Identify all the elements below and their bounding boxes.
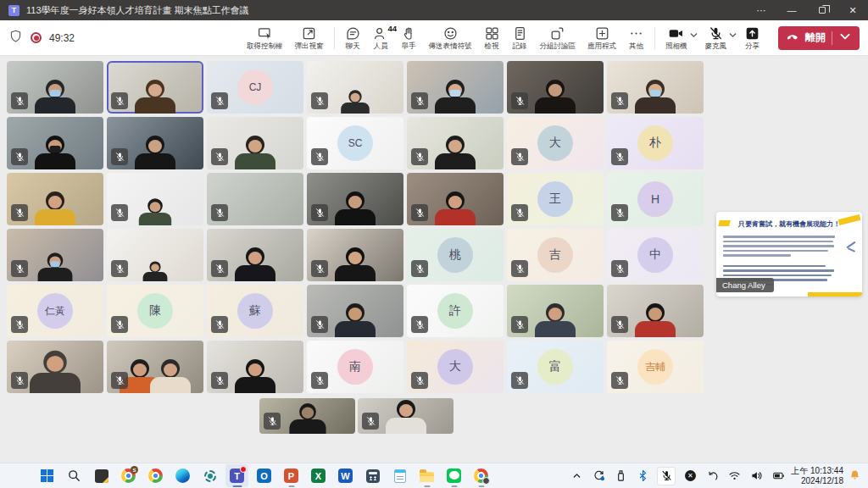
shared-screen-preview[interactable]: 只要肯嘗試，就有機會展現能力！ Chang Alley — [716, 212, 862, 297]
participant-tile-avatar[interactable]: 吉 — [507, 229, 604, 281]
undo-icon[interactable] — [704, 468, 720, 485]
taskbar-line-button[interactable] — [442, 464, 465, 487]
bluetooth-icon[interactable] — [635, 468, 650, 485]
taskbar-excel-button[interactable]: X — [307, 464, 330, 487]
raise-hand-button[interactable]: 舉手 — [395, 24, 423, 52]
avatar-initials: 中 — [637, 237, 673, 273]
taskbar-powerpoint-button[interactable]: P — [280, 464, 303, 487]
chevron-down-icon[interactable] — [689, 28, 698, 43]
volume-icon[interactable] — [748, 468, 764, 485]
participant-tile-video[interactable] — [7, 229, 103, 281]
taskbar-word-button[interactable]: W — [334, 464, 357, 487]
usb-icon[interactable] — [613, 468, 628, 485]
participant-tile-video[interactable] — [607, 61, 704, 114]
taskbar-edge-button[interactable] — [171, 464, 194, 487]
participant-tile-avatar[interactable]: 中 — [607, 229, 704, 281]
participant-tile-video[interactable] — [307, 173, 403, 225]
participant-tile-avatar[interactable]: CJ — [207, 61, 303, 114]
taskbar-search-button[interactable] — [63, 464, 86, 487]
window-minimize-button[interactable]: — — [776, 0, 807, 20]
participant-tile-avatar[interactable]: H — [607, 173, 704, 225]
participant-tile-avatar[interactable]: 王 — [507, 173, 604, 225]
participant-tile-avatar[interactable]: 朴 — [607, 117, 704, 169]
window-close-button[interactable]: ✕ — [837, 0, 868, 20]
person-silhouette — [130, 79, 181, 114]
participant-tile-avatar[interactable]: 大 — [407, 341, 504, 393]
tray-chevron-up-icon[interactable] — [569, 468, 584, 485]
participant-tile-video[interactable] — [207, 173, 303, 225]
take-control-button[interactable]: 取得控制權 — [241, 24, 289, 52]
taskbar-recorder-button[interactable] — [198, 464, 221, 487]
participant-tile-avatar[interactable]: 富 — [507, 341, 604, 393]
tray-mic-muted-icon[interactable] — [657, 467, 676, 485]
close-circle-icon[interactable]: ✕ — [682, 468, 698, 485]
participant-tile-video[interactable] — [358, 398, 453, 434]
participant-tile-avatar[interactable]: 仁黃 — [7, 285, 103, 337]
participant-tile-avatar[interactable]: 南 — [307, 341, 403, 393]
participant-tile-video[interactable] — [407, 117, 504, 169]
participant-tile-video[interactable] — [407, 61, 504, 114]
more-button[interactable]: 其他 — [622, 24, 650, 52]
view-button[interactable]: 檢視 — [478, 24, 506, 52]
participant-tile-video[interactable] — [307, 61, 403, 114]
leave-button[interactable]: 離開 — [778, 26, 860, 50]
reactions-button[interactable]: 傳送表情符號 — [423, 24, 478, 52]
taskbar-chrome-profile-button[interactable] — [470, 464, 492, 487]
sync-icon[interactable] — [591, 468, 606, 485]
avatar-initials: SC — [337, 125, 373, 161]
taskbar-clock[interactable]: 上午 10:13:44 2024/12/18 — [791, 466, 843, 486]
participant-tile-avatar[interactable]: 許 — [407, 285, 504, 337]
participant-tile-video[interactable] — [307, 229, 403, 281]
window-restore-button[interactable] — [807, 0, 837, 20]
participant-tile-avatar[interactable]: 陳 — [107, 285, 203, 337]
participant-tile-video[interactable] — [259, 398, 355, 434]
participant-tile-avatar[interactable]: 吉輔 — [607, 341, 704, 393]
taskbar-start-button[interactable] — [36, 464, 58, 487]
taskbar-outlook-button[interactable]: O — [253, 464, 275, 487]
people-button[interactable]: 44人員 — [367, 24, 395, 52]
participant-tile-video[interactable] — [107, 229, 203, 281]
notification-bell-icon[interactable] — [849, 469, 861, 482]
chat-button[interactable]: 聊天 — [339, 24, 367, 52]
chevron-down-icon[interactable] — [728, 28, 737, 43]
breakout-rooms-button[interactable]: 分組討論區 — [534, 24, 582, 52]
notes-button[interactable]: 記錄 — [506, 24, 534, 52]
taskbar-chrome-s-button[interactable]: S — [117, 464, 140, 487]
participant-tile-video[interactable] — [7, 341, 103, 393]
wifi-icon[interactable] — [726, 468, 742, 485]
participant-tile-video[interactable] — [207, 117, 303, 169]
participant-tile-video[interactable] — [7, 117, 103, 169]
mic-muted-badge — [11, 316, 28, 333]
participant-tile-video[interactable] — [407, 173, 504, 225]
taskbar-sticky-notes-button[interactable] — [90, 464, 113, 487]
participant-tile-video[interactable] — [607, 285, 704, 337]
participant-tile-avatar[interactable]: SC — [307, 117, 403, 169]
participant-tile-video[interactable] — [107, 173, 203, 225]
taskbar-calculator-button[interactable] — [361, 464, 384, 487]
participant-tile-video[interactable] — [107, 341, 203, 393]
participant-tile-video[interactable] — [207, 341, 303, 393]
participant-tile-video[interactable] — [507, 285, 604, 337]
participant-tile-video[interactable] — [107, 61, 203, 114]
participant-tile-avatar[interactable]: 大 — [507, 117, 604, 169]
taskbar-notepad-button[interactable] — [388, 464, 411, 487]
running-indicator — [478, 485, 484, 488]
running-indicator — [451, 485, 457, 488]
participant-tile-video[interactable] — [307, 285, 403, 337]
participant-tile-avatar[interactable]: 桃 — [407, 229, 504, 281]
popout-window-button[interactable]: 彈出視窗 — [289, 24, 330, 52]
participant-tile-video[interactable] — [207, 229, 303, 281]
participant-tile-video[interactable] — [7, 61, 103, 114]
window-more-button[interactable]: ⋯ — [746, 0, 776, 20]
participant-tile-avatar[interactable]: 蘇 — [207, 285, 303, 337]
taskbar-teams-button[interactable]: T — [225, 464, 248, 487]
share-button[interactable]: 分享 — [738, 24, 766, 52]
taskbar-chrome-button[interactable] — [144, 464, 167, 487]
participant-tile-video[interactable] — [7, 173, 103, 225]
participant-tile-video[interactable] — [107, 117, 203, 169]
participant-tile-video[interactable] — [507, 61, 604, 114]
apps-button[interactable]: 應用程式 — [581, 24, 622, 52]
chevron-down-icon[interactable] — [838, 30, 852, 46]
taskbar-explorer-button[interactable] — [415, 464, 438, 487]
battery-icon[interactable] — [771, 468, 786, 485]
